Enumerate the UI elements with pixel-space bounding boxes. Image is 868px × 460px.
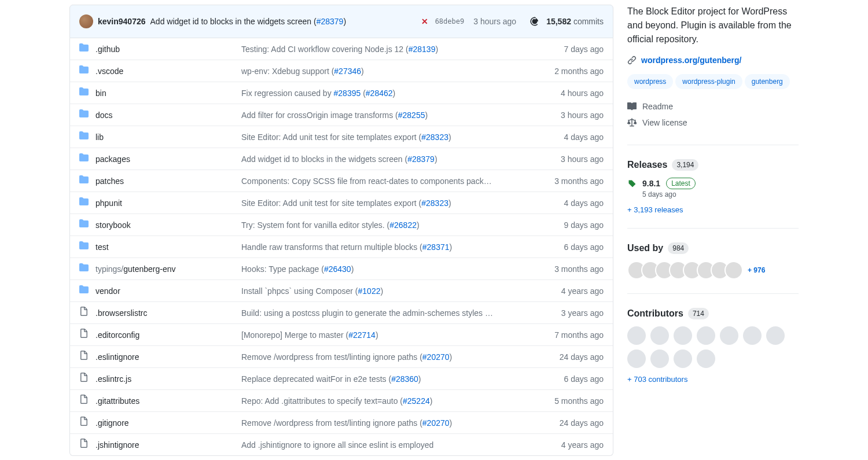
contributor-avatar[interactable] xyxy=(650,326,669,345)
issue-link[interactable]: #28360 xyxy=(391,374,418,384)
folder-item[interactable]: patches xyxy=(79,175,241,187)
folder-item[interactable]: test xyxy=(79,241,241,253)
file-name[interactable]: .browserslistrc xyxy=(95,307,147,319)
file-row[interactable]: patchesComponents: Copy SCSS file from r… xyxy=(70,170,613,192)
contributor-avatar[interactable] xyxy=(697,326,715,345)
commit-message-cell[interactable]: Build: using a postcss plugin to generat… xyxy=(241,307,523,319)
commit-message-cell[interactable]: Testing: Add CI workflow covering Node.j… xyxy=(241,43,523,55)
issue-link[interactable]: #28395 xyxy=(334,89,361,98)
license-link[interactable]: View license xyxy=(627,115,799,131)
commit-message-cell[interactable]: Hooks: Type package (#26430) xyxy=(241,263,523,275)
ci-status-icon[interactable]: ✕ xyxy=(421,17,431,26)
commit-author[interactable]: kevin940726 xyxy=(98,17,146,26)
topic-tag[interactable]: gutenberg xyxy=(745,74,790,89)
usedby-avatars[interactable]: + 976 xyxy=(627,261,799,279)
issue-link[interactable]: #20270 xyxy=(422,418,450,428)
commit-message[interactable]: Add widget id to blocks in the widgets s… xyxy=(150,17,347,26)
commit-message-cell[interactable]: Site Editor: Add unit test for site temp… xyxy=(241,131,523,143)
contributor-avatar[interactable] xyxy=(674,326,692,345)
usedby-avatar[interactable] xyxy=(724,261,743,279)
releases-heading[interactable]: Releases 3,194 xyxy=(627,159,799,171)
file-name[interactable]: packages xyxy=(95,153,130,165)
commit-message-cell[interactable]: Try: System font for vanilla editor styl… xyxy=(241,219,523,231)
commit-message-cell[interactable]: Repo: Add .gitattributes to specify text… xyxy=(241,395,523,407)
issue-link[interactable]: #28462 xyxy=(366,89,393,98)
file-name[interactable]: lib xyxy=(95,131,104,143)
issue-link[interactable]: #20270 xyxy=(422,352,450,362)
file-row[interactable]: testHandle raw transforms that return mu… xyxy=(70,235,613,257)
file-row[interactable]: .gitignoreRemove /wordpress from test/li… xyxy=(70,411,613,433)
commit-message-cell[interactable]: [Monorepo] Merge to master (#22714) xyxy=(241,329,523,341)
contributor-avatar[interactable] xyxy=(766,326,785,345)
issue-link[interactable]: #28323 xyxy=(421,198,448,208)
file-item[interactable]: .editorconfig xyxy=(79,329,241,341)
folder-item[interactable]: lib xyxy=(79,131,241,143)
file-name[interactable]: test xyxy=(95,241,109,253)
issue-link[interactable]: #28371 xyxy=(422,242,450,252)
file-item[interactable]: .browserslistrc xyxy=(79,307,241,319)
file-name[interactable]: phpunit xyxy=(95,197,122,209)
contributor-avatar[interactable] xyxy=(650,349,669,368)
file-item[interactable]: .jshintignore xyxy=(79,439,241,451)
file-item[interactable]: .gitignore xyxy=(79,417,241,429)
topic-tag[interactable]: wordpress-plugin xyxy=(675,74,742,89)
commit-message-cell[interactable]: Add .jshintignore to ignore all since es… xyxy=(241,439,523,451)
file-row[interactable]: .githubTesting: Add CI workflow covering… xyxy=(70,38,613,60)
file-name[interactable]: patches xyxy=(95,175,124,187)
file-name[interactable]: vendor xyxy=(95,285,120,297)
contributors-heading[interactable]: Contributors 714 xyxy=(627,308,799,319)
latest-release[interactable]: 9.8.1 Latest xyxy=(627,178,799,189)
releases-more-link[interactable]: + 3,193 releases xyxy=(627,205,799,214)
contributor-avatar[interactable] xyxy=(720,326,738,345)
contributor-avatar[interactable] xyxy=(674,349,692,368)
file-name[interactable]: .vscode xyxy=(95,65,123,77)
contributor-avatar[interactable] xyxy=(627,326,646,345)
issue-link[interactable]: #28255 xyxy=(398,111,425,120)
file-item[interactable]: .gitattributes xyxy=(79,395,241,407)
folder-item[interactable]: .vscode xyxy=(79,65,241,77)
author-avatar[interactable] xyxy=(79,14,93,28)
file-name[interactable]: .jshintignore xyxy=(95,439,139,451)
file-row[interactable]: binFix regression caused by #28395 (#284… xyxy=(70,82,613,104)
file-name[interactable]: typings/gutenberg-env xyxy=(95,263,176,275)
commit-message-cell[interactable]: Handle raw transforms that return multip… xyxy=(241,241,523,253)
issue-link[interactable]: #22714 xyxy=(348,330,376,340)
file-row[interactable]: .browserslistrcBuild: using a postcss pl… xyxy=(70,301,613,323)
folder-item[interactable]: phpunit xyxy=(79,197,241,209)
commit-message-cell[interactable]: wp-env: Xdebug support (#27346) xyxy=(241,65,523,77)
commit-message-cell[interactable]: Fix regression caused by #28395 (#28462) xyxy=(241,87,523,99)
homepage-link[interactable]: wordpress.org/gutenberg/ xyxy=(641,56,741,65)
file-name[interactable]: bin xyxy=(95,87,106,99)
folder-item[interactable]: storybook xyxy=(79,219,241,231)
contributor-avatar[interactable] xyxy=(627,349,646,368)
contributor-avatar[interactable] xyxy=(743,326,762,345)
file-row[interactable]: .vscodewp-env: Xdebug support (#27346)2 … xyxy=(70,60,613,82)
topic-tag[interactable]: wordpress xyxy=(627,74,673,89)
file-item[interactable]: .eslintignore xyxy=(79,351,241,363)
file-name[interactable]: .editorconfig xyxy=(95,329,139,341)
issue-link[interactable]: #27346 xyxy=(334,67,361,76)
file-row[interactable]: libSite Editor: Add unit test for site t… xyxy=(70,126,613,148)
commit-message-cell[interactable]: Install `phpcs` using Composer (#1022) xyxy=(241,285,523,297)
issue-link[interactable]: #1022 xyxy=(358,286,381,296)
contributors-avatars[interactable] xyxy=(627,326,799,368)
file-row[interactable]: docsAdd filter for crossOrigin image tra… xyxy=(70,104,613,126)
commits-link[interactable]: 15,582 commits xyxy=(546,17,604,26)
file-name[interactable]: .gitattributes xyxy=(95,395,139,407)
commit-message-cell[interactable]: Remove /wordpress from test/linting igno… xyxy=(241,351,523,363)
commit-issue-link[interactable]: #28379 xyxy=(317,17,344,26)
commit-message-cell[interactable]: Add widget id to blocks in the widgets s… xyxy=(241,153,523,165)
file-name[interactable]: .eslintignore xyxy=(95,351,139,363)
contributor-avatar[interactable] xyxy=(697,349,715,368)
file-row[interactable]: vendorInstall `phpcs` using Composer (#1… xyxy=(70,279,613,301)
file-name[interactable]: storybook xyxy=(95,219,131,231)
commit-message-cell[interactable]: Replace deprecated waitFor in e2e tests … xyxy=(241,373,523,385)
file-row[interactable]: .jshintignoreAdd .jshintignore to ignore… xyxy=(70,433,613,455)
folder-item[interactable]: packages xyxy=(79,153,241,165)
commit-sha[interactable]: 68debe9 xyxy=(435,17,465,25)
issue-link[interactable]: #25224 xyxy=(403,396,430,406)
file-row[interactable]: typings/gutenberg-envHooks: Type package… xyxy=(70,257,613,279)
commit-message-cell[interactable]: Add filter for crossOrigin image transfo… xyxy=(241,109,523,121)
folder-item[interactable]: typings/gutenberg-env xyxy=(79,263,241,275)
file-row[interactable]: .eslintrc.jsReplace deprecated waitFor i… xyxy=(70,367,613,389)
